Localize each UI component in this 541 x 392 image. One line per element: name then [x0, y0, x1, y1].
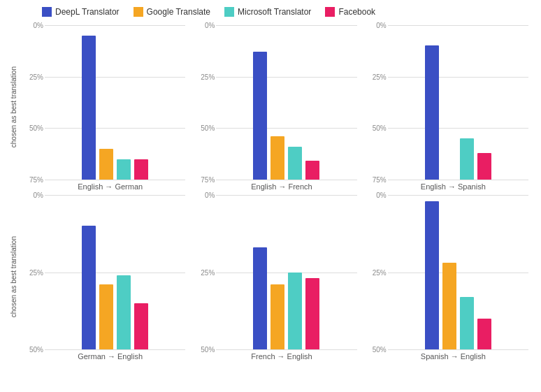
y-axis-text-1: chosen as best translation: [10, 236, 17, 317]
legend-color-2: [224, 7, 234, 17]
tick-0-0-1: 50%: [25, 124, 43, 132]
y-axis-label-0: chosen as best translation: [7, 22, 20, 192]
tick-0-1-0: 75%: [196, 176, 215, 184]
x-label-1-0: German → English: [25, 349, 185, 362]
chart-1-1: 50%25%0%French → English: [191, 192, 362, 362]
bar-0-2-3: [477, 153, 491, 180]
bar-0-0-0: [82, 36, 96, 180]
tick-1-1-0: 50%: [196, 346, 215, 354]
x-label-1-2: Spanish → English: [368, 349, 528, 362]
tick-0-2-2: 25%: [368, 73, 387, 80]
grid-line-0-0-0: [45, 180, 185, 180]
bar-0-2-2: [460, 138, 474, 180]
legend-color-0: [42, 7, 52, 17]
chart-plot-0-0: 75%50%25%0%: [25, 25, 185, 180]
bar-1-2-1: [442, 263, 456, 349]
bar-1-1-2: [288, 273, 302, 350]
y-axis-text-0: chosen as best translation: [10, 66, 17, 147]
tick-0-2-3: 0%: [368, 22, 387, 29]
grid-line-1-2-0: [388, 349, 528, 350]
tick-1-2-1: 25%: [368, 268, 387, 276]
tick-0-0-0: 75%: [25, 176, 43, 184]
tick-0-1-3: 0%: [196, 22, 215, 29]
y-axis-label-1: chosen as best translation: [7, 192, 20, 362]
bars-1-1: [216, 195, 356, 349]
tick-0-1-1: 50%: [196, 124, 215, 132]
bar-1-0-1: [99, 284, 113, 349]
bars-1-2: [388, 195, 528, 349]
bar-1-0-3: [134, 303, 148, 349]
tick-1-0-2: 0%: [25, 191, 43, 199]
bar-0-1-2: [288, 147, 302, 180]
row-charts-0: 75%50%25%0%English → German75%50%25%0%En…: [20, 22, 534, 192]
bar-0-1-3: [305, 161, 319, 180]
bars-0-2: [388, 25, 528, 180]
legend-label-0: DeepL Translator: [55, 7, 120, 17]
row-charts-1: 50%25%0%German → English50%25%0%French →…: [20, 192, 534, 362]
tick-0-0-2: 25%: [25, 73, 43, 80]
tick-0-0-3: 0%: [25, 22, 43, 29]
x-label-0-1: English → French: [196, 180, 356, 192]
tick-0-2-1: 50%: [368, 124, 387, 132]
chart-1-2: 50%25%0%Spanish → English: [363, 192, 534, 362]
bar-1-2-2: [460, 297, 474, 349]
legend-item-1: Google Translate: [134, 7, 210, 17]
tick-0-1-2: 25%: [196, 73, 215, 80]
tick-1-0-1: 25%: [25, 268, 43, 276]
tick-0-2-0: 75%: [368, 176, 387, 184]
chart-plot-0-2: 75%50%25%0%: [368, 25, 528, 180]
legend-item-3: Facebook: [325, 7, 375, 17]
bar-0-0-3: [134, 159, 148, 180]
bar-0-1-0: [253, 52, 267, 180]
legend-label-1: Google Translate: [147, 7, 210, 17]
bar-1-1-1: [270, 284, 284, 349]
bar-1-2-0: [425, 201, 439, 349]
legend-item-2: Microsoft Translator: [224, 7, 311, 17]
bar-1-2-3: [477, 319, 491, 349]
grid-line-0-2-0: [388, 180, 528, 180]
chart-0-1: 75%50%25%0%English → French: [191, 22, 362, 192]
bars-0-1: [216, 25, 356, 180]
legend-color-3: [325, 7, 335, 17]
bar-1-0-0: [82, 226, 96, 349]
chart-1-0: 50%25%0%German → English: [20, 192, 191, 362]
bars-0-0: [45, 25, 185, 180]
chart-plot-1-0: 50%25%0%: [25, 195, 185, 349]
grid-line-1-1-0: [216, 349, 356, 350]
bar-1-0-2: [117, 275, 131, 349]
tick-1-1-1: 25%: [196, 268, 215, 276]
tick-1-2-0: 50%: [368, 346, 387, 354]
row-1: chosen as best translation50%25%0%German…: [7, 192, 534, 362]
x-label-0-0: English → German: [25, 180, 185, 192]
bar-0-1-1: [270, 136, 284, 180]
legend-label-2: Microsoft Translator: [238, 7, 311, 17]
legend-color-1: [134, 7, 143, 17]
legend-item-0: DeepL Translator: [42, 7, 120, 17]
bar-1-1-3: [305, 278, 319, 349]
chart-plot-0-1: 75%50%25%0%: [196, 25, 356, 180]
rows-container: chosen as best translation75%50%25%0%Eng…: [7, 22, 534, 362]
x-label-0-2: English → Spanish: [368, 180, 528, 192]
grid-line-0-1-0: [216, 180, 356, 180]
bars-1-0: [45, 195, 185, 349]
chart-0-0: 75%50%25%0%English → German: [20, 22, 191, 192]
row-0: chosen as best translation75%50%25%0%Eng…: [7, 22, 534, 192]
chart-0-2: 75%50%25%0%English → Spanish: [363, 22, 534, 192]
bar-0-0-2: [117, 159, 131, 180]
bar-0-0-1: [99, 149, 113, 180]
tick-1-1-2: 0%: [196, 191, 215, 199]
chart-plot-1-2: 50%25%0%: [368, 195, 528, 349]
legend-label-3: Facebook: [338, 7, 375, 17]
tick-1-0-0: 50%: [25, 346, 43, 354]
grid-line-1-0-0: [45, 349, 185, 350]
bar-1-1-0: [253, 247, 267, 349]
legend: DeepL TranslatorGoogle TranslateMicrosof…: [42, 7, 534, 17]
bar-0-2-0: [425, 45, 439, 180]
chart-plot-1-1: 50%25%0%: [196, 195, 356, 349]
tick-1-2-2: 0%: [368, 191, 387, 199]
x-label-1-1: French → English: [196, 349, 356, 362]
